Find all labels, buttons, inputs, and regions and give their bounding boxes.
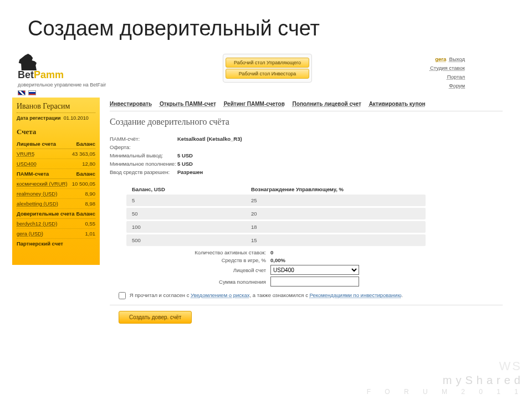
tier-reward: 15 [251,237,257,243]
agree-text: Я прочитал и согласен с [130,292,191,298]
sidebar-item-value: 0,55 [85,221,96,227]
sidebar-username: Иванов Герасим [17,102,95,113]
sidebar-item-value: 1,01 [85,231,96,237]
app-header: BetPamm доверительное управление на BetF… [12,50,503,98]
tab-coupon[interactable]: Активировать купон [369,101,426,107]
sidebar-item-berdych[interactable]: berdych12 (USD)0,55 [17,219,95,229]
tier-balance: 500 [132,237,251,243]
form-active-bets: Количество активных ставок:0 [110,249,503,255]
form-label: Лицевой счет [110,267,270,273]
info-value: 5 USD [177,152,193,158]
logo-accent: Bet [18,69,34,80]
form-label: Средств в игре, % [110,257,270,263]
sidebar-partner-head[interactable]: Партнерский счет [17,239,95,248]
sidebar-trust-head: Доверительные счета Баланс [17,209,95,219]
info-value: Ketsalkoatl (Ketsalko_R3) [177,136,242,142]
create-trust-account-button[interactable]: Создать довер. счёт [119,311,192,324]
tier-row: 525 [126,195,426,206]
form-amount: Сумма пополнения [110,277,503,287]
sidebar-item-cosmic[interactable]: космический (VRUR)10 500,05 [17,179,95,189]
tab-invest[interactable]: Инвестировать [110,101,152,107]
tier-reward: 25 [251,197,257,203]
sidebar-item-realmoney[interactable]: realmoney (USD)8,90 [17,189,95,199]
sidebar-item-gera[interactable]: gera (USD)1,01 [17,229,95,239]
recommendation-link[interactable]: Рекомендациями по инвестированию [310,292,402,298]
sidebar-item-vrur5[interactable]: VRUR543 363,05 [17,149,95,159]
info-label: ПАММ-счёт: [110,136,177,142]
watermark-icon: WS [499,359,522,374]
risk-link[interactable]: Уведомлением о рисках [191,292,249,298]
sidebar-item-alexbetting[interactable]: alexbetting (USD)8,98 [17,199,95,209]
logout-link[interactable]: Выход [449,56,465,62]
studio-link[interactable]: Студия ставок [430,65,465,71]
tier-h2: Вознаграждение Управляющему, % [251,186,344,192]
manager-desktop-button[interactable]: Рабочий стол Управляющего [226,58,309,68]
sidebar-item-label: alexbetting (USD) [17,201,58,207]
amount-input[interactable] [270,277,359,287]
tier-reward: 18 [251,224,257,230]
tier-balance: 100 [132,224,251,230]
sidebar-item-value: 12,80 [82,161,95,167]
divider [110,111,503,111]
partner-account-label: Партнерский счет [17,241,63,247]
page-heading: Создание доверительного счёта [110,117,503,127]
agree-block: Я прочитал и согласен с Уведомлением о р… [119,292,503,299]
sidebar-item-value: 8,98 [85,201,96,207]
tab-topup[interactable]: Пополнить лицевой счет [293,101,361,107]
sidebar-item-label: космический (VRUR) [17,181,68,187]
tier-reward: 20 [251,211,257,217]
trust-accounts-label: Доверительные счета [17,211,75,217]
top-buttons: Рабочий стол Управляющего Рабочий стол И… [223,54,312,83]
sidebar-item-value: 8,90 [85,191,96,197]
user-links: gera Выход Студия ставок Портал Форум [430,55,465,91]
sidebar-item-label: berdych12 (USD) [17,221,57,227]
knight-icon [18,54,37,70]
tier-row: 10018 [126,221,426,233]
slide-title: Создаем доверительный счет [0,0,532,50]
language-flags [18,90,106,96]
tier-balance: 50 [132,211,251,217]
portal-link[interactable]: Портал [447,74,465,80]
flag-ru-icon[interactable] [28,90,36,95]
current-user[interactable]: gera [435,56,446,62]
sidebar-item-value: 43 363,05 [72,151,95,157]
tier-row: 5020 [126,208,426,219]
flag-uk-icon[interactable] [18,90,25,95]
sidebar: Иванов Герасим Дата регистрации 01.10.20… [12,98,100,265]
investor-desktop-button[interactable]: Рабочий стол Инвестора [226,69,309,79]
logo-block: BetPamm доверительное управление на BetF… [18,54,106,96]
watermark-text: myShared [443,374,524,387]
logo-tagline: доверительное управление на BetFair [18,82,106,88]
sidebar-pamm-head: ПАММ-счета Баланс [17,169,95,179]
reg-label: Дата регистрации [17,115,61,121]
info-minout: Минимальный вывод:5 USD [110,151,503,160]
agree-text: . [401,292,403,298]
tier-row: 50015 [126,234,426,246]
forum-link[interactable]: Форум [449,83,465,89]
balance-label: Баланс [76,141,95,147]
tab-rating[interactable]: Рейтинг ПАММ-счетов [224,101,285,107]
agree-checkbox[interactable] [119,292,126,299]
info-label: Минимальное пополнение: [110,161,177,167]
sidebar-item-label: VRUR5 [17,151,34,157]
info-value: Разрешен [177,169,203,175]
agree-text: , а также ознакомился с [249,292,309,298]
sidebar-item-label: USD400 [17,161,37,167]
tab-open-pamm[interactable]: Открыть ПАММ-счет [160,101,216,107]
form-label: Количество активных ставок: [110,249,270,255]
app-screenshot: BetPamm доверительное управление на BetF… [12,50,503,330]
info-label: Минимальный вывод: [110,152,177,158]
form-personal-account: Лицевой счет USD400 [110,265,503,275]
sidebar-personal-head: Лицевые счета Баланс [17,139,95,149]
balance-label: Баланс [76,211,95,217]
personal-account-select[interactable]: USD400 [270,265,359,275]
form-funds-in-play: Средств в игре, %0,00% [110,257,503,263]
sidebar-item-usd400[interactable]: USD40012,80 [17,159,95,169]
content: Инвестировать Открыть ПАММ-счет Рейтинг … [100,98,503,330]
balance-label: Баланс [76,171,95,177]
info-label: Ввод средств разрешен: [110,169,177,175]
pamm-accounts-label: ПАММ-счета [17,171,49,177]
sidebar-accounts-heading: Счета [17,127,95,136]
form-value: 0 [270,249,273,255]
personal-accounts-label: Лицевые счета [17,141,56,147]
